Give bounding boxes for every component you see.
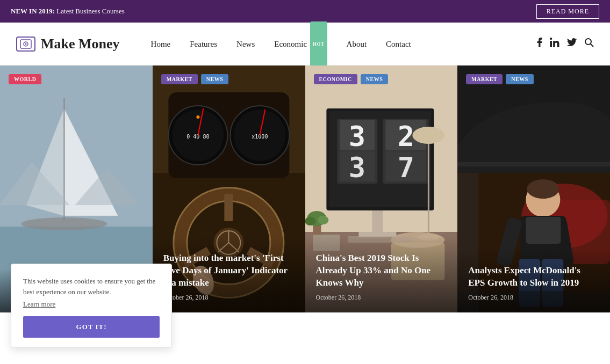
svg-point-3 xyxy=(585,39,591,45)
tag-economic: ECONOMIC xyxy=(314,74,357,84)
twitter-icon[interactable] xyxy=(567,38,577,49)
social-icons xyxy=(537,38,594,50)
card-market-2[interactable]: MARKET NEWS Analysts Expect McDonald's E… xyxy=(457,65,610,312)
svg-text:2: 2 xyxy=(397,120,414,152)
svg-point-58 xyxy=(305,217,315,225)
svg-rect-39 xyxy=(372,208,383,235)
cookie-text: This website uses cookies to ensure you … xyxy=(23,276,160,297)
read-more-button[interactable]: READ MORE xyxy=(536,4,599,19)
svg-rect-74 xyxy=(526,217,561,244)
svg-point-70 xyxy=(527,179,559,199)
card-4-title: Analysts Expect McDonald's EPS Growth to… xyxy=(468,265,599,289)
logo-icon xyxy=(16,37,35,52)
header: Make Money Home Features News Economic H… xyxy=(0,23,610,65)
tag-market-1: MARKET xyxy=(161,74,198,84)
card-1-tags: WORLD xyxy=(9,74,41,84)
nav-home[interactable]: Home xyxy=(141,23,181,65)
top-banner: NEW IN 2019: Latest Business Courses REA… xyxy=(0,0,610,23)
svg-line-4 xyxy=(591,44,594,47)
card-3-tags: ECONOMIC NEWS xyxy=(314,74,389,84)
svg-point-59 xyxy=(318,216,328,224)
card-4-tags: MARKET NEWS xyxy=(466,74,533,84)
svg-text:3: 3 xyxy=(348,151,365,184)
banner-text: NEW IN 2019: Latest Business Courses xyxy=(11,7,125,16)
nav-news[interactable]: News xyxy=(227,23,264,65)
nav-contact[interactable]: Contact xyxy=(376,23,421,65)
banner-prefix: NEW IN 2019: xyxy=(11,7,55,15)
facebook-icon[interactable] xyxy=(537,38,542,50)
card-3-overlay: China's Best 2019 Stock Is Already Up 33… xyxy=(305,236,458,312)
tag-world: WORLD xyxy=(9,74,41,84)
logo[interactable]: Make Money xyxy=(16,36,120,52)
nav-features[interactable]: Features xyxy=(180,23,227,65)
svg-point-24 xyxy=(196,115,199,119)
search-icon[interactable] xyxy=(584,38,594,50)
banner-message: Latest Business Courses xyxy=(56,7,124,15)
card-2-title: Buying into the market's 'First Five Day… xyxy=(163,252,295,289)
card-2-tags: MARKET NEWS xyxy=(161,74,228,84)
tag-news-3: NEWS xyxy=(506,74,533,84)
card-3-title: China's Best 2019 Stock Is Already Up 33… xyxy=(316,252,447,289)
card-4-overlay: Analysts Expect McDonald's EPS Growth to… xyxy=(457,249,610,312)
nav-about[interactable]: About xyxy=(337,23,377,65)
svg-text:3: 3 xyxy=(348,120,365,152)
card-3-date: October 26, 2018 xyxy=(316,294,447,302)
nav-economic[interactable]: Economic HOT xyxy=(264,23,336,65)
svg-point-10 xyxy=(21,217,107,230)
cookie-learn-more-link[interactable]: Learn more xyxy=(23,300,55,309)
tag-news-1: NEWS xyxy=(201,74,228,84)
svg-text:7: 7 xyxy=(397,151,414,184)
tag-news-2: NEWS xyxy=(361,74,388,84)
linkedin-icon[interactable] xyxy=(550,38,559,50)
cookie-popup: This website uses cookies to ensure you … xyxy=(11,264,172,312)
card-market-1[interactable]: 0 40 80 x1000 xyxy=(153,65,305,312)
card-economic[interactable]: 3 3 2 7 xyxy=(305,65,458,312)
card-2-date: October 26, 2018 xyxy=(163,294,295,302)
svg-point-2 xyxy=(25,43,27,45)
logo-name: Make Money xyxy=(41,36,120,52)
hot-badge: HOT xyxy=(310,21,327,67)
main-nav: Home Features News Economic HOT About Co… xyxy=(141,23,537,65)
svg-rect-79 xyxy=(457,162,610,166)
card-4-date: October 26, 2018 xyxy=(468,294,599,302)
svg-point-54 xyxy=(412,127,444,144)
card-2-overlay: Buying into the market's 'First Five Day… xyxy=(153,236,305,312)
tag-market-2: MARKET xyxy=(466,74,503,84)
